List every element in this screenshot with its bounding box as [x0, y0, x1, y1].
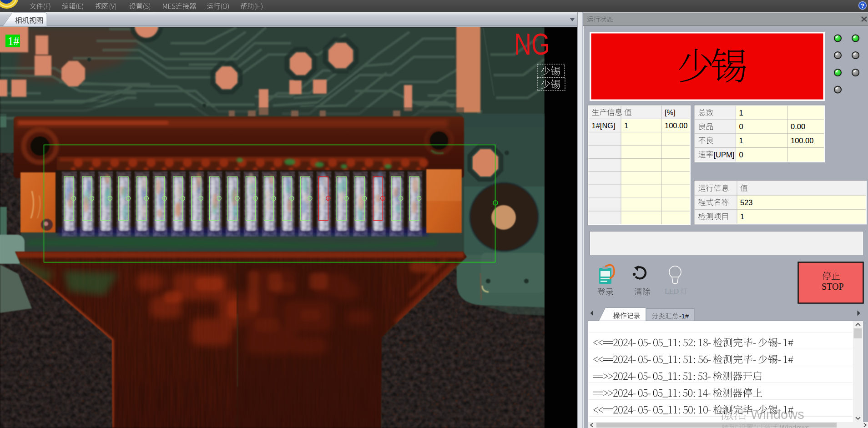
svg-text:Windows: Windows: [780, 424, 809, 428]
svg-text:1: 1: [739, 136, 743, 145]
svg-text:?: ?: [861, 2, 864, 9]
svg-text:1: 1: [739, 109, 743, 117]
svg-text:STOP: STOP: [822, 282, 844, 292]
svg-text:[UPM]: [UPM]: [714, 151, 735, 159]
svg-text:100.00: 100.00: [665, 121, 687, 130]
svg-text:1: 1: [624, 121, 628, 130]
svg-text:0.00: 0.00: [791, 122, 805, 131]
svg-text:Windows: Windows: [751, 407, 804, 422]
svg-text:100.00: 100.00: [791, 136, 813, 145]
svg-text:1#[NG]: 1#[NG]: [592, 121, 616, 130]
svg-text:LED: LED: [665, 287, 679, 295]
svg-text:0: 0: [739, 151, 743, 159]
svg-text:1: 1: [740, 212, 744, 221]
svg-text:1#: 1#: [8, 35, 20, 47]
svg-text:0: 0: [739, 122, 743, 131]
svg-text:-1#: -1#: [679, 312, 689, 320]
svg-text:[%]: [%]: [665, 108, 676, 116]
svg-text:NG: NG: [514, 27, 550, 61]
svg-text:523: 523: [740, 198, 753, 206]
